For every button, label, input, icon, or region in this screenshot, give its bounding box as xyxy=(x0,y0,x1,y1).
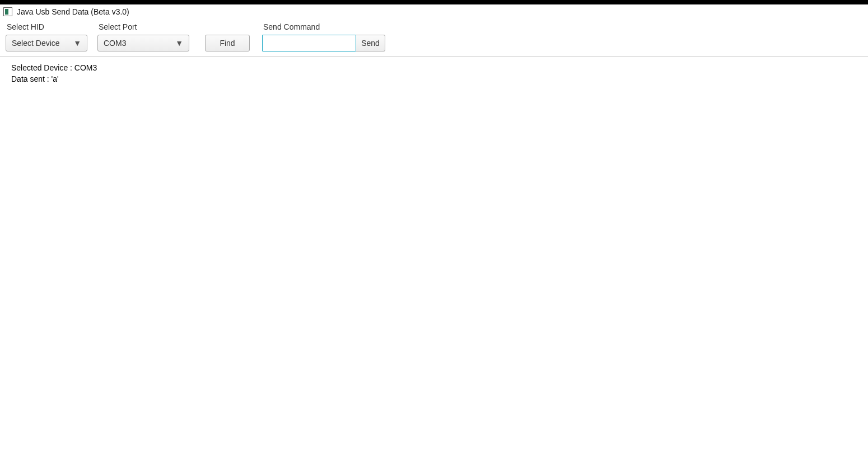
select-port-group: Select Port COM3 ▼ xyxy=(97,22,189,51)
select-port-dropdown[interactable]: COM3 ▼ xyxy=(97,35,189,51)
window-top-border xyxy=(0,0,868,4)
select-port-value: COM3 xyxy=(104,39,126,48)
titlebar: Java Usb Send Data (Beta v3.0) xyxy=(0,4,868,19)
send-button[interactable]: Send xyxy=(356,35,385,51)
output-line: Data sent : 'a' xyxy=(11,73,857,85)
output-line: Selected Device : COM3 xyxy=(11,62,857,73)
send-command-label: Send Command xyxy=(262,22,385,31)
send-command-group: Send Command Send xyxy=(262,22,385,51)
select-hid-group: Select HID Select Device ▼ xyxy=(6,22,87,51)
output-area: Selected Device : COM3 Data sent : 'a' xyxy=(0,57,868,91)
window-title: Java Usb Send Data (Beta v3.0) xyxy=(17,7,129,16)
select-hid-label: Select HID xyxy=(6,22,87,31)
select-hid-value: Select Device xyxy=(12,39,60,48)
chevron-down-icon: ▼ xyxy=(175,39,183,48)
toolbar: Select HID Select Device ▼ Select Port C… xyxy=(0,19,868,57)
select-port-label: Select Port xyxy=(97,22,189,31)
select-hid-dropdown[interactable]: Select Device ▼ xyxy=(6,35,87,51)
app-icon xyxy=(3,7,12,16)
command-input[interactable] xyxy=(262,35,356,51)
find-button[interactable]: Find xyxy=(205,35,250,51)
chevron-down-icon: ▼ xyxy=(73,39,81,48)
find-group: . Find xyxy=(205,22,250,51)
